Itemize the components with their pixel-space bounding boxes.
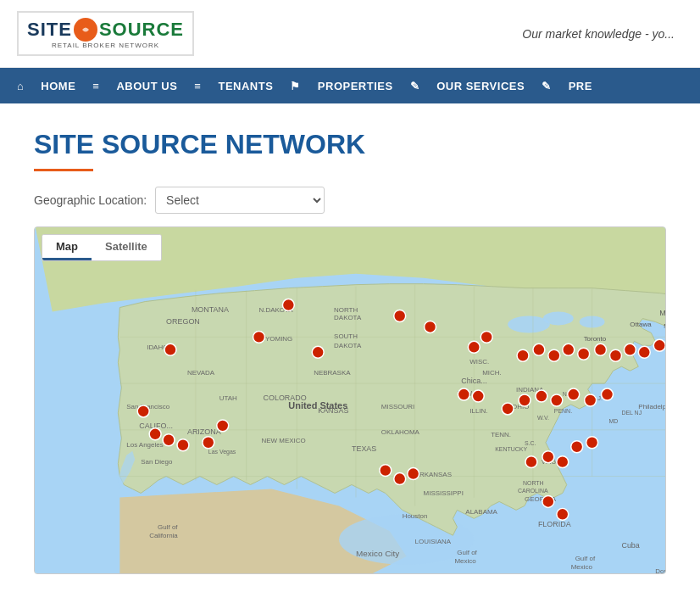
svg-point-87 — [282, 299, 294, 311]
svg-text:Gulf of: Gulf of — [575, 555, 596, 562]
svg-point-127 — [557, 508, 569, 520]
location-select[interactable]: Select Alabama Alaska Arizona California… — [155, 187, 325, 214]
map-tabs: Map Satellite — [42, 234, 162, 261]
svg-point-125 — [557, 456, 569, 468]
svg-point-104 — [653, 339, 665, 351]
nav-pre[interactable]: PRE — [560, 68, 601, 103]
svg-text:MICH.: MICH. — [482, 369, 502, 377]
nav-sep-2: ≡ — [186, 68, 209, 103]
svg-text:NORTH: NORTH — [334, 306, 358, 314]
svg-text:NEW MEXICO: NEW MEXICO — [262, 437, 306, 444]
svg-point-105 — [137, 405, 149, 417]
svg-text:UTAH: UTAH — [219, 394, 237, 402]
svg-point-114 — [519, 394, 531, 406]
svg-text:PENN.: PENN. — [554, 408, 572, 414]
svg-point-117 — [568, 388, 580, 400]
svg-text:NEBRASKA: NEBRASKA — [314, 369, 351, 377]
main-content: SITE SOURCE NETWORK Geographic Location:… — [0, 103, 700, 591]
tab-map[interactable]: Map — [42, 235, 92, 260]
svg-text:S.C.: S.C. — [525, 440, 536, 446]
nav-properties[interactable]: PROPERTIES — [309, 68, 402, 103]
svg-text:SOUTH: SOUTH — [334, 332, 358, 340]
svg-point-110 — [217, 420, 229, 432]
svg-text:ILLIN.: ILLIN. — [469, 407, 487, 415]
svg-text:ARKANSAS: ARKANSAS — [415, 471, 452, 478]
logo[interactable]: SITE SOURCE RETAIL BROKER NETWORK — [17, 11, 194, 56]
svg-text:Gulf of: Gulf of — [457, 549, 477, 556]
svg-text:WISC.: WISC. — [469, 358, 489, 366]
svg-text:Houston: Houston — [403, 512, 428, 520]
nav-services[interactable]: OUR SERVICES — [428, 68, 533, 103]
svg-point-124 — [542, 451, 554, 463]
svg-point-100 — [595, 343, 607, 355]
svg-text:Los Angeles: Los Angeles — [126, 441, 163, 449]
svg-text:Cuba: Cuba — [621, 541, 639, 550]
navbar: ⌂ HOME ≡ ABOUT US ≡ TENANTS ⚑ PROPERTIES… — [0, 68, 700, 103]
title-underline — [34, 169, 93, 171]
svg-point-120 — [380, 465, 392, 477]
svg-text:KENTUCKY: KENTUCKY — [495, 446, 527, 452]
svg-point-109 — [203, 437, 214, 449]
svg-text:Chica...: Chica... — [461, 377, 486, 385]
svg-text:MISSOURI: MISSOURI — [381, 403, 414, 410]
location-row: Geographic Location: Select Alabama Alas… — [34, 187, 666, 214]
svg-text:Gulf of: Gulf of — [158, 523, 178, 531]
header: SITE SOURCE RETAIL BROKER NETWORK Our ma… — [0, 0, 700, 68]
svg-text:MAINE: MAINE — [664, 323, 665, 329]
services-icon: ✎ — [533, 68, 560, 103]
svg-point-116 — [551, 394, 563, 406]
svg-point-101 — [609, 349, 621, 361]
svg-text:Dominican: Dominican — [655, 567, 665, 573]
logo-source-text: SOURCE — [99, 19, 184, 41]
svg-point-98 — [563, 343, 575, 355]
nav-sep-1: ≡ — [84, 68, 108, 103]
logo-subtitle: RETAIL BROKER NETWORK — [52, 42, 159, 49]
svg-text:OKLAHOMA: OKLAHOMA — [381, 428, 420, 436]
svg-point-128 — [571, 441, 583, 453]
svg-text:W.V.: W.V. — [537, 415, 549, 421]
header-tagline: Our market knowledge - yo... — [194, 27, 683, 41]
svg-point-107 — [163, 434, 175, 446]
svg-text:Mexico City: Mexico City — [356, 549, 399, 558]
svg-text:Mexico: Mexico — [297, 572, 328, 573]
svg-text:OREGON: OREGON — [166, 317, 200, 326]
svg-text:San Diego: San Diego — [141, 458, 173, 466]
svg-text:LOUISIANA: LOUISIANA — [415, 538, 452, 545]
location-label: Geographic Location: — [34, 193, 147, 207]
svg-text:Las Vegas: Las Vegas — [208, 449, 236, 455]
svg-text:FLORIDA: FLORIDA — [538, 520, 571, 528]
svg-point-103 — [638, 346, 650, 358]
svg-point-113 — [502, 403, 514, 415]
svg-text:Mexico: Mexico — [454, 557, 476, 565]
svg-text:TEXAS: TEXAS — [352, 444, 376, 453]
svg-text:TENN.: TENN. — [491, 431, 511, 438]
svg-text:California: California — [149, 532, 178, 539]
nav-about[interactable]: ABOUT US — [108, 68, 186, 103]
svg-text:MONTANA: MONTANA — [192, 305, 229, 314]
svg-text:NORTH: NORTH — [523, 480, 544, 486]
svg-text:MD: MD — [609, 418, 619, 424]
svg-point-129 — [586, 437, 598, 449]
tab-satellite[interactable]: Satellite — [92, 235, 161, 260]
svg-text:DEL NJ: DEL NJ — [621, 410, 642, 416]
svg-text:ALABAMA: ALABAMA — [465, 508, 497, 516]
svg-point-111 — [458, 388, 469, 400]
svg-point-4 — [543, 312, 574, 326]
svg-point-106 — [149, 428, 161, 440]
logo-circle-icon — [74, 18, 97, 42]
svg-point-97 — [548, 349, 560, 361]
svg-point-115 — [536, 390, 547, 402]
svg-point-102 — [624, 343, 636, 355]
svg-point-119 — [602, 388, 614, 400]
nav-tenants[interactable]: TENANTS — [209, 68, 281, 103]
svg-point-121 — [394, 473, 406, 485]
svg-text:DAKOTA: DAKOTA — [334, 342, 362, 349]
svg-text:United States: United States — [288, 400, 347, 410]
svg-point-99 — [578, 348, 590, 360]
svg-point-123 — [525, 456, 537, 468]
svg-text:Montreal: Montreal — [659, 309, 665, 317]
page-title: SITE SOURCE NETWORK — [34, 129, 666, 160]
nav-home[interactable]: HOME — [32, 68, 84, 103]
svg-point-88 — [164, 343, 176, 355]
home-icon: ⌂ — [8, 68, 32, 103]
